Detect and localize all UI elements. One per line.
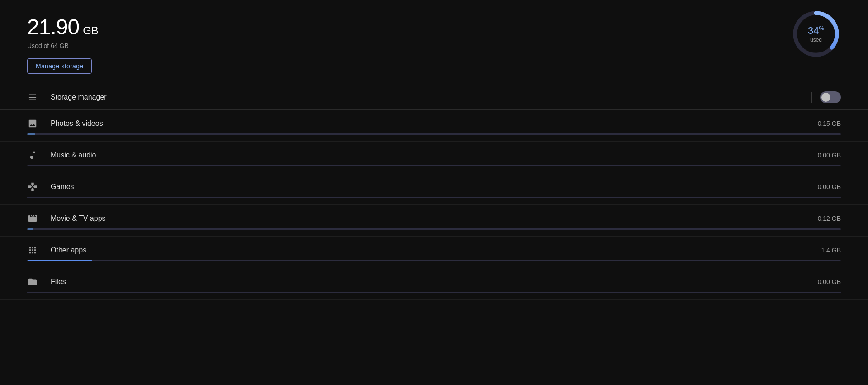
- row-size-files: 0.00 GB: [818, 278, 841, 285]
- storage-manager-row: Storage manager: [0, 85, 868, 110]
- toggle-slider: [820, 91, 841, 103]
- row-left-other-apps: Other apps: [27, 245, 86, 256]
- row-left-music-audio: Music & audio: [27, 150, 96, 161]
- row-left-photos-videos: Photos & videos: [27, 118, 103, 129]
- svg-rect-1: [29, 97, 37, 98]
- svg-rect-0: [29, 95, 37, 95]
- row-size-other-apps: 1.4 GB: [821, 247, 841, 254]
- music-icon: [27, 150, 38, 161]
- row-header-games: Games 0.00 GB: [27, 181, 841, 192]
- storage-manager-label: Storage manager: [51, 93, 107, 101]
- row-size-photos-videos: 0.15 GB: [818, 120, 841, 127]
- storage-used-unit: GB: [83, 24, 99, 37]
- svg-rect-2: [29, 100, 37, 100]
- row-label-music-audio: Music & audio: [51, 151, 96, 159]
- row-size-movie-tv: 0.12 GB: [818, 215, 841, 222]
- storage-subtitle: Used of 64 GB: [27, 42, 841, 49]
- circle-text: 34% used: [808, 25, 824, 43]
- storage-amount: 21.90 GB: [27, 14, 841, 39]
- row-size-games: 0.00 GB: [818, 183, 841, 190]
- header-section: 21.90 GB Used of 64 GB Manage storage 34…: [0, 0, 868, 85]
- manager-left: Storage manager: [27, 92, 107, 103]
- manage-storage-button[interactable]: Manage storage: [27, 58, 92, 74]
- row-left-movie-tv: Movie & TV apps: [27, 213, 106, 224]
- storage-manager-toggle[interactable]: [820, 91, 841, 103]
- row-size-music-audio: 0.00 GB: [818, 152, 841, 159]
- progress-fill-photos-videos: [27, 133, 35, 135]
- games-icon: [27, 181, 38, 192]
- files-icon: [27, 276, 38, 287]
- storage-row-files[interactable]: Files 0.00 GB: [0, 268, 868, 300]
- storage-used-number: 21.90: [27, 14, 79, 39]
- percent-value: 34: [808, 25, 819, 36]
- progress-container-movie-tv: [27, 228, 841, 230]
- progress-container-files: [27, 292, 841, 293]
- row-header-other-apps: Other apps 1.4 GB: [27, 245, 841, 256]
- progress-container-music-audio: [27, 165, 841, 166]
- progress-fill-movie-tv: [27, 228, 33, 230]
- progress-container-other-apps: [27, 260, 841, 261]
- circle-percent: 34%: [808, 25, 824, 36]
- toggle-container: [811, 91, 841, 103]
- image-icon: [27, 118, 38, 129]
- toggle-divider: [811, 92, 812, 103]
- row-label-files: Files: [51, 278, 66, 286]
- progress-fill-other-apps: [27, 260, 92, 261]
- apps-icon: [27, 245, 38, 256]
- progress-container-games: [27, 197, 841, 198]
- storage-row-games[interactable]: Games 0.00 GB: [0, 173, 868, 205]
- row-left-games: Games: [27, 181, 74, 192]
- storage-row-movie-tv[interactable]: Movie & TV apps 0.12 GB: [0, 205, 868, 237]
- row-label-games: Games: [51, 183, 74, 191]
- movie-icon: [27, 213, 38, 224]
- storage-row-music-audio[interactable]: Music & audio 0.00 GB: [0, 142, 868, 173]
- row-header-files: Files 0.00 GB: [27, 276, 841, 287]
- circle-label: used: [808, 37, 824, 43]
- progress-container-photos-videos: [27, 133, 841, 135]
- row-header-music-audio: Music & audio 0.00 GB: [27, 150, 841, 161]
- row-label-movie-tv: Movie & TV apps: [51, 214, 106, 223]
- storage-circle-chart: 34% used: [791, 9, 841, 59]
- storage-list: Photos & videos 0.15 GB Music & audio 0.…: [0, 110, 868, 300]
- percent-symbol: %: [819, 25, 824, 32]
- storage-row-photos-videos[interactable]: Photos & videos 0.15 GB: [0, 110, 868, 142]
- row-header-photos-videos: Photos & videos 0.15 GB: [27, 118, 841, 129]
- storage-row-other-apps[interactable]: Other apps 1.4 GB: [0, 237, 868, 268]
- row-header-movie-tv: Movie & TV apps 0.12 GB: [27, 213, 841, 224]
- row-left-files: Files: [27, 276, 66, 287]
- row-label-photos-videos: Photos & videos: [51, 119, 103, 128]
- row-label-other-apps: Other apps: [51, 246, 86, 254]
- list-icon: [27, 92, 38, 103]
